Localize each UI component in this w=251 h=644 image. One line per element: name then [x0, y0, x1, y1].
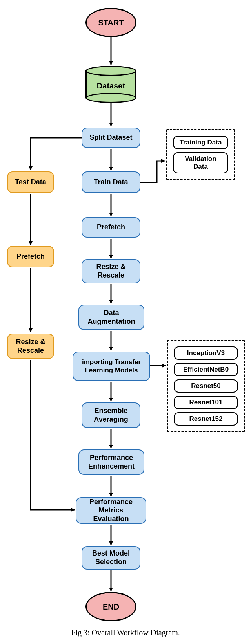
split-label: Split Dataset	[89, 133, 132, 142]
best-model-label: Best Model Selection	[86, 549, 136, 566]
dataset-node: Dataset	[85, 66, 136, 103]
model-resnet50: Resnet50	[174, 379, 238, 393]
figure-caption: Fig 3: Overall Workflow Diagram.	[0, 628, 251, 637]
prefetch-train-node: Prefetch	[82, 217, 140, 238]
split-dataset-node: Split Dataset	[82, 128, 140, 148]
prefetch-train-label: Prefetch	[97, 223, 125, 232]
start-node: START	[85, 8, 136, 37]
model-resnet152-label: Resnet152	[189, 415, 222, 422]
prefetch-test-label: Prefetch	[16, 253, 45, 261]
end-label: END	[103, 602, 119, 612]
augment-label: Data Augmentation	[83, 309, 140, 326]
model-resnet50-label: Resnet50	[191, 382, 221, 390]
perf-eval-label: Performance Metrics Evaluation	[80, 498, 142, 523]
test-label: Test Data	[15, 178, 46, 187]
split-output-group: Training Data Validation Data	[166, 129, 235, 180]
resize-train-label: Resize & Rescale	[86, 263, 136, 280]
model-inception-label: InceptionV3	[187, 349, 225, 357]
caption-text: Fig 3: Overall Workflow Diagram.	[71, 628, 180, 637]
model-resnet101: Resnet101	[174, 396, 238, 409]
ensemble-label: Ensemble Averaging	[86, 407, 136, 424]
model-resnet152: Resnet152	[174, 412, 238, 426]
prefetch-test-node: Prefetch	[7, 246, 54, 267]
train-label: Train Data	[94, 178, 128, 187]
best-model-node: Best Model Selection	[82, 546, 140, 570]
training-data-item: Training Data	[173, 136, 228, 149]
model-inceptionv3: InceptionV3	[174, 346, 238, 360]
models-group: InceptionV3 EfficientNetB0 Resnet50 Resn…	[167, 340, 245, 432]
perf-eval-node: Performance Metrics Evaluation	[76, 497, 146, 524]
import-label: importing Transfer Learning Models	[77, 358, 146, 374]
data-augment-node: Data Augmentation	[78, 305, 144, 330]
resize-test-node: Resize & Rescale	[7, 334, 54, 359]
workflow-diagram: START Dataset Split Dataset Train Data T…	[0, 0, 251, 644]
model-efficientnetb0: EfficientNetB0	[174, 363, 238, 376]
import-models-node: importing Transfer Learning Models	[73, 352, 150, 381]
model-efficientnet-label: EfficientNetB0	[183, 366, 229, 373]
train-data-node: Train Data	[82, 171, 140, 193]
perf-enhancement-node: Performance Enhancement	[78, 449, 144, 475]
training-data-label: Training Data	[180, 139, 222, 146]
end-node: END	[85, 592, 136, 621]
resize-test-label: Resize & Rescale	[12, 338, 49, 355]
model-resnet101-label: Resnet101	[189, 399, 222, 406]
validation-data-label: Validation Data	[185, 155, 216, 170]
dataset-label: Dataset	[85, 66, 136, 103]
perf-enh-label: Performance Enhancement	[83, 454, 140, 471]
validation-data-item: Validation Data	[173, 152, 228, 173]
start-label: START	[98, 18, 124, 27]
resize-train-node: Resize & Rescale	[82, 259, 140, 283]
ensemble-node: Ensemble Averaging	[82, 402, 140, 428]
test-data-node: Test Data	[7, 171, 54, 193]
